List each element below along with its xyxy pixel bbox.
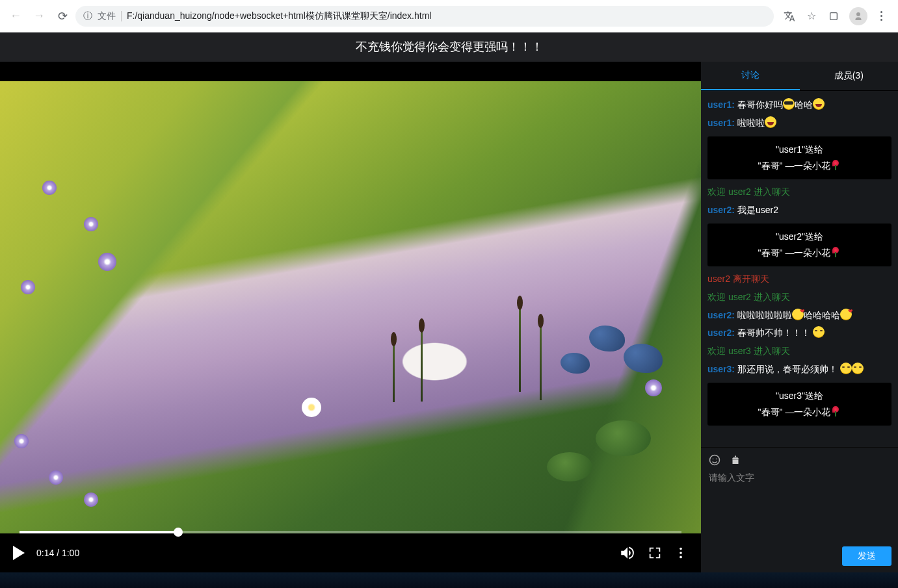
gift-message: "user1"送给"春哥" —一朵小花 <box>707 136 891 179</box>
rose-icon <box>830 247 841 257</box>
system-join: 欢迎 user2 进入聊天 <box>707 185 891 200</box>
system-leave: user2 离开聊天 <box>707 272 891 287</box>
separator <box>121 11 122 21</box>
laugh-emoji-icon <box>813 98 825 110</box>
browser-toolbar: ← → ⟳ ⓘ 文件 F:/qianduan_huizong/node+webs… <box>0 0 898 32</box>
tab-members[interactable]: 成员(3) <box>800 62 899 90</box>
progress-bar[interactable] <box>20 531 681 533</box>
heart-emoji-icon <box>792 309 804 320</box>
chat-message: user1: 啦啦啦 <box>707 116 891 131</box>
svg-point-5 <box>713 459 714 460</box>
username: user1: <box>707 99 735 110</box>
play-button[interactable] <box>13 546 25 560</box>
username: user2: <box>707 205 735 215</box>
os-taskbar[interactable] <box>0 572 898 588</box>
info-icon: ⓘ <box>83 10 92 22</box>
think-emoji-icon <box>852 363 864 374</box>
bookmark-icon[interactable]: ☆ <box>805 10 818 23</box>
page-body: 不充钱你觉得你会变得更强吗！！！ <box>0 32 898 572</box>
username: user2: <box>707 310 735 320</box>
chat-message: user2: 啦啦啦啦啦啦哈哈哈哈 <box>707 308 891 324</box>
video-controls: 0:14 / 1:00 <box>0 533 701 572</box>
send-button[interactable]: 发送 <box>842 546 891 566</box>
gift-icon[interactable] <box>728 453 743 467</box>
menu-button[interactable] <box>877 7 886 25</box>
chat-input-area: 请输入文字 发送 <box>701 447 898 572</box>
extension-icon[interactable] <box>827 10 840 23</box>
profile-avatar[interactable] <box>849 7 867 25</box>
message-list[interactable]: user1: 春哥你好吗哈哈user1: 啦啦啦"user1"送给"春哥" —一… <box>701 91 898 447</box>
system-join: 欢迎 user3 进入聊天 <box>707 344 891 359</box>
heart-emoji-icon <box>840 309 852 320</box>
gift-message: "user2"送给"春哥" —一朵小花 <box>707 224 891 266</box>
username: user2: <box>707 327 735 338</box>
chat-message: user3: 那还用说，春哥必须帅！ <box>707 362 891 377</box>
username: user1: <box>707 118 735 128</box>
emoji-picker-icon[interactable] <box>707 453 722 467</box>
svg-point-3 <box>680 556 682 559</box>
translate-icon[interactable] <box>783 10 796 23</box>
time-display: 0:14 / 1:00 <box>36 548 79 558</box>
main-area: 0:14 / 1:00 讨论 成员(3) user1: 春哥你好吗哈哈u <box>0 62 898 572</box>
more-button[interactable] <box>674 546 688 560</box>
url-text: F:/qianduan_huizong/node+websocket+html模… <box>127 10 431 22</box>
svg-point-1 <box>680 548 682 550</box>
chat-message: user1: 春哥你好吗哈哈 <box>707 97 891 113</box>
scene-art <box>0 81 701 533</box>
username: user3: <box>707 364 735 374</box>
video-player: 0:14 / 1:00 <box>0 62 701 572</box>
back-button[interactable]: ← <box>5 6 26 27</box>
svg-point-2 <box>680 552 682 554</box>
video-canvas[interactable] <box>0 62 701 533</box>
chat-tabs: 讨论 成员(3) <box>701 62 898 91</box>
cool-emoji-icon <box>783 98 795 110</box>
banner-text: 不充钱你觉得你会变得更强吗！！！ <box>0 32 898 62</box>
chat-message: user2: 春哥帅不帅！！！ <box>707 326 891 341</box>
think-emoji-icon <box>813 326 825 338</box>
rose-icon <box>830 406 841 416</box>
think-emoji-icon <box>840 363 852 374</box>
browser-actions: ☆ <box>783 7 886 25</box>
system-join: 欢迎 user2 进入聊天 <box>707 290 891 305</box>
current-time: 0:14 <box>36 548 54 558</box>
laugh-emoji-icon <box>765 116 776 128</box>
svg-point-6 <box>716 459 717 460</box>
reload-button[interactable]: ⟳ <box>52 6 73 27</box>
chat-message: user2: 我是user2 <box>707 203 891 218</box>
progress-fill <box>20 531 178 533</box>
rose-icon <box>830 160 841 170</box>
chat-sidebar: 讨论 成员(3) user1: 春哥你好吗哈哈user1: 啦啦啦"user1"… <box>701 62 898 572</box>
volume-button[interactable] <box>619 544 636 561</box>
file-label: 文件 <box>98 10 116 22</box>
svg-point-4 <box>710 455 720 465</box>
tab-discuss[interactable]: 讨论 <box>701 62 800 90</box>
forward-button[interactable]: → <box>29 6 49 27</box>
duration: 1:00 <box>62 548 79 558</box>
address-bar[interactable]: ⓘ 文件 F:/qianduan_huizong/node+websocket+… <box>75 6 774 27</box>
message-input[interactable]: 请输入文字 <box>707 471 891 543</box>
svg-rect-0 <box>830 12 838 19</box>
gift-message: "user3"送给"春哥" —一朵小花 <box>707 383 891 426</box>
fullscreen-button[interactable] <box>648 546 662 560</box>
